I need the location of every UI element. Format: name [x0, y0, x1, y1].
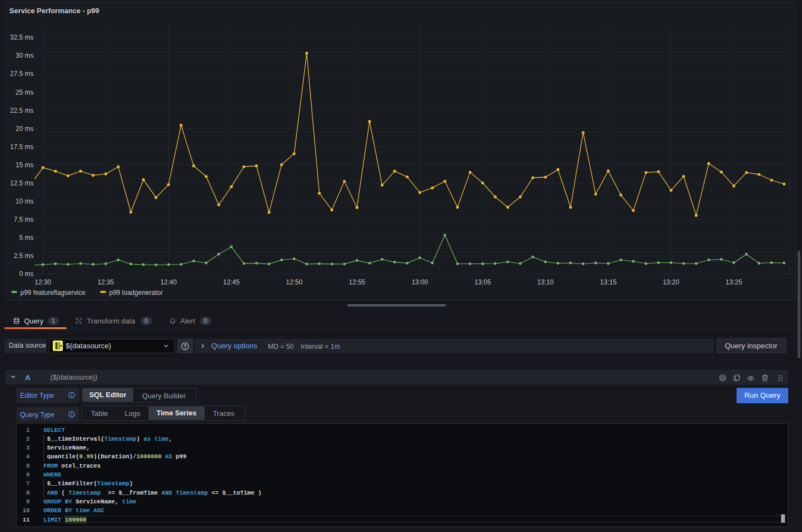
svg-text:12:35: 12:35 — [97, 278, 114, 286]
svg-text:0 ms: 0 ms — [19, 270, 34, 278]
svg-text:13:25: 13:25 — [726, 278, 742, 286]
svg-text:25 ms: 25 ms — [15, 89, 34, 96]
svg-text:p99 featureflagservice: p99 featureflagservice — [20, 289, 85, 297]
svg-text:13:10: 13:10 — [537, 278, 554, 286]
svg-text:15 ms: 15 ms — [15, 161, 34, 169]
svg-text:2.5 ms: 2.5 ms — [14, 252, 34, 260]
svg-text:7.5 ms: 7.5 ms — [14, 216, 34, 223]
svg-text:5 ms: 5 ms — [19, 234, 34, 242]
svg-text:27.5 ms: 27.5 ms — [10, 70, 34, 78]
svg-text:32.5 ms: 32.5 ms — [10, 34, 34, 41]
svg-text:p99 loadgenerator: p99 loadgenerator — [109, 289, 163, 297]
svg-text:22.5 ms: 22.5 ms — [10, 107, 34, 114]
svg-text:13:15: 13:15 — [600, 278, 617, 286]
svg-text:30 ms: 30 ms — [15, 52, 34, 59]
svg-text:17.5 ms: 17.5 ms — [10, 143, 34, 151]
svg-text:12:30: 12:30 — [35, 278, 51, 286]
svg-text:12:40: 12:40 — [160, 278, 177, 286]
svg-text:12:50: 12:50 — [286, 278, 303, 286]
svg-text:10 ms: 10 ms — [15, 198, 34, 205]
svg-text:13:00: 13:00 — [411, 278, 428, 286]
svg-text:12:55: 12:55 — [349, 278, 365, 286]
svg-text:13:05: 13:05 — [474, 278, 491, 286]
svg-text:20 ms: 20 ms — [15, 125, 34, 133]
svg-text:12:45: 12:45 — [223, 278, 240, 286]
svg-text:12.5 ms: 12.5 ms — [10, 179, 34, 187]
svg-text:13:20: 13:20 — [663, 278, 679, 286]
